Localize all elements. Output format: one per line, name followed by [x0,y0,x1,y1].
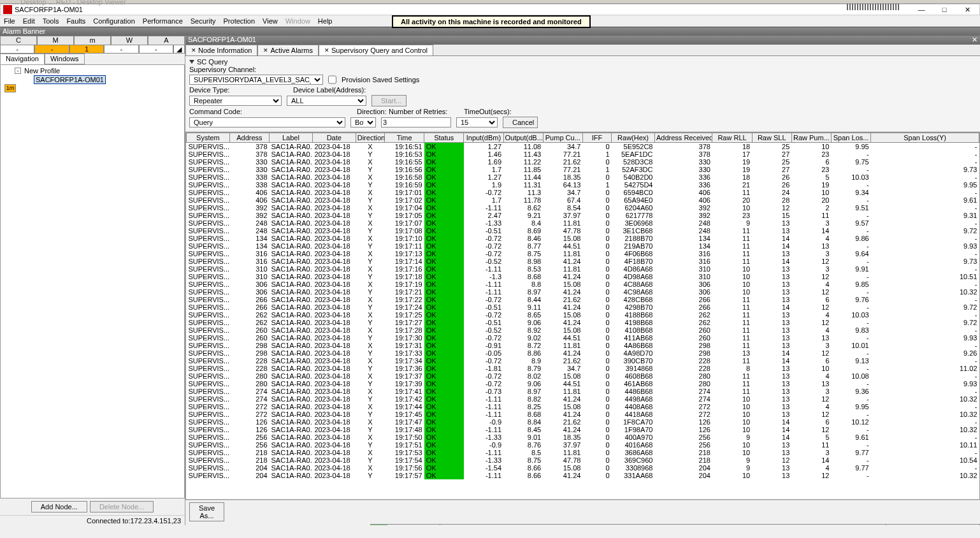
table-row[interactable]: SUPERVIS...262SAC1A-RA0...2023-04-18X19:… [187,311,979,319]
minimize-button[interactable]: — [912,5,931,14]
table-row[interactable]: SUPERVIS...228SAC1A-RA0...2023-04-18X19:… [187,357,979,365]
table-row[interactable]: SUPERVIS...272SAC1A-RA0...2023-04-18X19:… [187,403,979,411]
table-row[interactable]: SUPERVIS...280SAC1A-RA0...2023-04-18X19:… [187,372,979,380]
table-row[interactable]: SUPERVIS...392SAC1A-RA0...2023-04-18Y19:… [187,212,979,219]
table-row[interactable]: SUPERVIS...310SAC1A-RA0...2023-04-18Y19:… [187,273,979,280]
tab-active-alarms[interactable]: ✕Active Alarms [257,45,319,55]
retries-input[interactable] [381,117,451,127]
table-row[interactable]: SUPERVIS...298SAC1A-RA0...2023-04-18Y19:… [187,349,979,357]
nav-tab-navigation[interactable]: Navigation [0,54,45,64]
menu-faults[interactable]: Faults [66,17,85,25]
table-row[interactable]: SUPERVIS...260SAC1A-RA0...2023-04-18Y19:… [187,334,979,342]
column-header[interactable]: Output(dB... [503,133,543,143]
table-row[interactable]: SUPERVIS...378SAC1A-RA0...2023-04-18Y19:… [187,150,979,158]
column-header[interactable]: Span Loss(Y) [871,133,979,143]
tree-node-selected[interactable]: SACFORFP1A-OM01 [34,75,106,84]
close-icon[interactable]: ✕ [191,47,196,54]
close-button[interactable]: ✕ [958,5,977,14]
menu-edit[interactable]: Edit [23,17,35,25]
menu-tools[interactable]: Tools [43,17,59,25]
provision-checkbox[interactable] [328,75,336,85]
alarm-tab-w[interactable]: W [111,36,148,45]
alarm-tab-a[interactable]: A [148,36,185,45]
table-row[interactable]: SUPERVIS...274SAC1A-RA0...2023-04-18Y19:… [187,395,979,403]
table-row[interactable]: SUPERVIS...134SAC1A-RA0...2023-04-18X19:… [187,235,979,242]
table-row[interactable]: SUPERVIS...266SAC1A-RA0...2023-04-18Y19:… [187,303,979,311]
menu-help[interactable]: Help [318,17,333,25]
cancel-button[interactable]: Cancel [503,117,538,128]
table-row[interactable]: SUPERVIS...262SAC1A-RA0...2023-04-18Y19:… [187,319,979,326]
panel-close-icon[interactable]: ✕ [972,36,977,45]
table-row[interactable]: SUPERVIS...228SAC1A-RA0...2023-04-18Y19:… [187,365,979,372]
column-header[interactable]: Input(dBm) [464,133,503,143]
column-header[interactable]: IFF [582,133,611,143]
sup-channel-select[interactable]: SUPERVISORYDATA_LEVEL3_SAC_EAST_SEG... [189,75,323,85]
table-row[interactable]: SUPERVIS...274SAC1A-RA0...2023-04-18X19:… [187,388,979,395]
table-row[interactable]: SUPERVIS...248SAC1A-RA0...2023-04-18X19:… [187,219,979,227]
menu-protection[interactable]: Protection [224,17,256,25]
column-header[interactable]: Status [424,133,464,143]
maximize-button[interactable]: □ [935,5,954,14]
table-row[interactable]: SUPERVIS...134SAC1A-RA0...2023-04-18Y19:… [187,242,979,250]
table-row[interactable]: SUPERVIS...218SAC1A-RA0...2023-04-18X19:… [187,449,979,456]
table-row[interactable]: SUPERVIS...218SAC1A-RA0...2023-04-18Y19:… [187,456,979,464]
column-header[interactable]: Label [270,133,313,143]
column-header[interactable]: Raw(Hex) [612,133,655,143]
table-row[interactable]: SUPERVIS...204SAC1A-RA0...2023-04-18Y19:… [187,472,979,479]
table-row[interactable]: SUPERVIS...260SAC1A-RA0...2023-04-18X19:… [187,326,979,334]
table-row[interactable]: SUPERVIS...338SAC1A-RA0...2023-04-18X19:… [187,173,979,181]
table-row[interactable]: SUPERVIS...392SAC1A-RA0...2023-04-18X19:… [187,204,979,212]
menu-configuration[interactable]: Configuration [93,17,134,25]
nav-tab-windows[interactable]: Windows [45,54,85,64]
close-icon[interactable]: ✕ [324,47,329,54]
table-row[interactable]: SUPERVIS...248SAC1A-RA0...2023-04-18Y19:… [187,227,979,235]
table-row[interactable]: SUPERVIS...126SAC1A-RA0...2023-04-18X19:… [187,418,979,426]
column-header[interactable]: Direction [356,133,384,143]
table-row[interactable]: SUPERVIS...406SAC1A-RA0...2023-04-18X19:… [187,189,979,196]
column-header[interactable]: Pump Cu... [543,133,582,143]
table-row[interactable]: SUPERVIS...256SAC1A-RA0...2023-04-18Y19:… [187,441,979,449]
table-row[interactable]: SUPERVIS...298SAC1A-RA0...2023-04-18X19:… [187,342,979,349]
device-label-select[interactable]: ALL [287,96,366,106]
table-row[interactable]: SUPERVIS...310SAC1A-RA0...2023-04-18X19:… [187,265,979,273]
table-row[interactable]: SUPERVIS...378SAC1A-RA0...2023-04-18X19:… [187,143,979,151]
menu-view[interactable]: View [263,17,278,25]
menu-security[interactable]: Security [191,17,216,25]
table-row[interactable]: SUPERVIS...406SAC1A-RA0...2023-04-18Y19:… [187,196,979,204]
table-row[interactable]: SUPERVIS...338SAC1A-RA0...2023-04-18Y19:… [187,181,979,189]
column-header[interactable]: Raw Pum... [791,133,831,143]
column-header[interactable]: Raw RLL [712,133,752,143]
direction-select[interactable]: Both [350,117,376,127]
save-as-button[interactable]: Save As... [189,502,224,521]
table-row[interactable]: SUPERVIS...256SAC1A-RA0...2023-04-18X19:… [187,433,979,441]
column-header[interactable]: Address [229,133,269,143]
column-header[interactable]: Raw SLL [752,133,791,143]
alarm-tab-M[interactable]: M [37,36,74,45]
menu-file[interactable]: File [4,17,15,25]
menu-performance[interactable]: Performance [143,17,183,25]
table-row[interactable]: SUPERVIS...330SAC1A-RA0...2023-04-18Y19:… [187,166,979,173]
table-row[interactable]: SUPERVIS...204SAC1A-RA0...2023-04-18X19:… [187,464,979,472]
tree-root[interactable]: New Profile [23,67,61,75]
timeout-select[interactable]: 15 [456,117,498,127]
column-header[interactable]: Address Received [654,133,712,143]
column-header[interactable]: Span Los... [832,133,871,143]
tab-supervisory-query[interactable]: ✕Supervisory Query and Control [319,45,433,55]
menu-window[interactable]: Window [285,17,310,25]
collapse-icon[interactable] [189,60,194,64]
tab-node-info[interactable]: ✕Node Information [185,45,257,55]
add-node-button[interactable]: Add Node... [31,501,87,513]
tree-expand-icon[interactable]: - [15,68,21,74]
table-row[interactable]: SUPERVIS...280SAC1A-RA0...2023-04-18Y19:… [187,380,979,388]
column-header[interactable]: System [187,133,230,143]
command-code-select[interactable]: Query [189,117,345,127]
table-row[interactable]: SUPERVIS...266SAC1A-RA0...2023-04-18X19:… [187,296,979,303]
alarm-tab-c[interactable]: C [0,36,37,45]
device-type-select[interactable]: Repeater [189,96,282,106]
table-row[interactable]: SUPERVIS...272SAC1A-RA0...2023-04-18Y19:… [187,411,979,418]
table-row[interactable]: SUPERVIS...306SAC1A-RA0...2023-04-18Y19:… [187,288,979,296]
column-header[interactable]: Date [312,133,356,143]
alarm-tab-m[interactable]: m [74,36,111,45]
table-row[interactable]: SUPERVIS...126SAC1A-RA0...2023-04-18Y19:… [187,426,979,433]
table-row[interactable]: SUPERVIS...316SAC1A-RA0...2023-04-18X19:… [187,250,979,258]
